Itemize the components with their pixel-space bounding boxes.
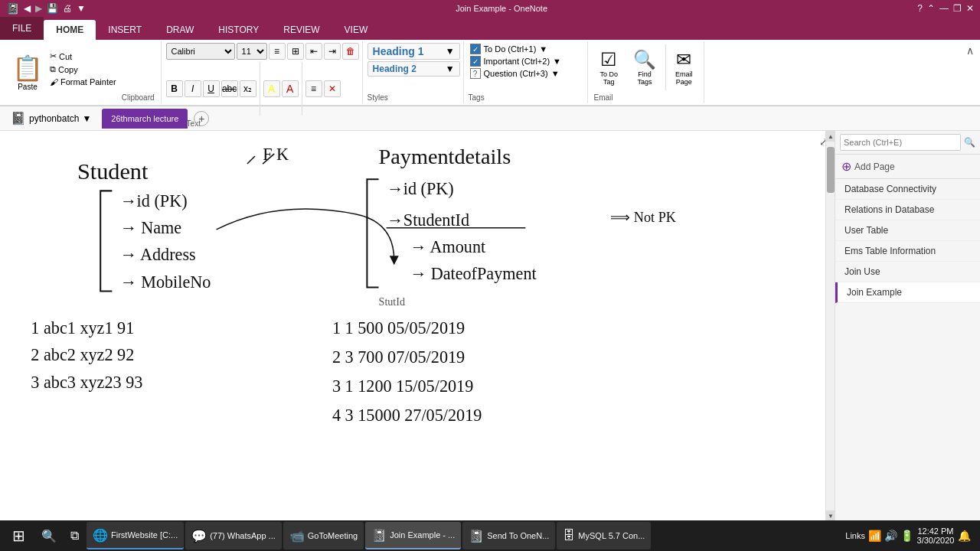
subscript-btn[interactable]: x₂: [240, 80, 256, 97]
help-btn[interactable]: ?: [917, 3, 923, 14]
highlight-btn[interactable]: A: [263, 80, 280, 97]
search-icon[interactable]: 🔍: [964, 137, 975, 148]
italic-btn[interactable]: I: [185, 80, 201, 97]
tab-draw[interactable]: DRAW: [154, 20, 206, 40]
find-tags-label: Find: [638, 70, 652, 78]
taskbar-mysql[interactable]: 🗄 MySQL 5.7 Con...: [557, 522, 651, 549]
network-icon[interactable]: 📶: [868, 530, 881, 542]
action-buttons-group: ☑ To Do Tag 🔍 Find Tags ✉ Email Page Ema…: [590, 41, 704, 103]
page-item-join-use[interactable]: Join Use: [835, 262, 980, 282]
page-item-relations[interactable]: Relations in Database: [835, 200, 980, 220]
vertical-scrollbar[interactable]: ▲ ▼: [825, 131, 835, 521]
search-btn[interactable]: 🔍: [35, 522, 63, 549]
start-btn[interactable]: ⊞: [3, 522, 34, 549]
bold-btn[interactable]: B: [166, 80, 183, 97]
taskbar-onenote1[interactable]: 📓 Join Example - ...: [365, 522, 461, 549]
page-item-join-example[interactable]: Join Example: [835, 282, 980, 303]
tab-insert[interactable]: INSERT: [96, 20, 154, 40]
back-btn[interactable]: ◀: [24, 3, 31, 14]
volume-icon[interactable]: 🔊: [884, 530, 897, 542]
page-item-db-connectivity[interactable]: Database Connectivity: [835, 179, 980, 200]
copy-label: Copy: [58, 65, 78, 74]
section-label: 26thmarch lecture: [111, 114, 178, 123]
whatsapp-label: (77) WhatsApp ...: [210, 531, 276, 540]
close-btn[interactable]: ✕: [966, 3, 974, 14]
mysql-label: MySQL 5.7 Con...: [578, 531, 645, 540]
print-btn[interactable]: 🖨: [63, 3, 72, 14]
tag-todo[interactable]: ✓ To Do (Ctrl+1) ▼: [469, 43, 584, 55]
basic-text-group: Calibri 11 ≡ ⊞ ⇤ ⇥ 🗑 B I U abc x₂ A A: [163, 41, 363, 103]
email-page-btn[interactable]: ✉ Email Page: [669, 46, 699, 89]
taskbar-search-icon: 🔍: [41, 529, 57, 543]
collapse-icon[interactable]: ∧: [966, 44, 974, 57]
notebook-selector[interactable]: 📓 pythonbatch ▼: [6, 109, 96, 127]
font-family-select[interactable]: Calibri: [166, 43, 235, 60]
add-section-btn[interactable]: +: [194, 111, 209, 126]
increase-indent-btn[interactable]: ⇥: [324, 43, 341, 60]
format-painter-button[interactable]: 🖌 Format Painter: [47, 77, 119, 87]
customize-btn[interactable]: ▼: [77, 3, 86, 14]
ribbon-collapse[interactable]: ∧: [963, 41, 977, 103]
tag-question[interactable]: ? Question (Ctrl+3) ▼: [469, 67, 584, 80]
note-canvas: F K Student →id (PK) → Name → Address → …: [0, 131, 835, 521]
list-numbers-btn[interactable]: ⊞: [287, 43, 304, 60]
taskbar-whatsapp[interactable]: 💬 (77) WhatsApp ...: [185, 522, 282, 549]
taskbar-gotomeeting[interactable]: 📹 GoToMeeting: [283, 522, 364, 549]
cut-button[interactable]: ✂ Cut: [47, 51, 119, 62]
underline-btn[interactable]: U: [203, 80, 220, 97]
clock[interactable]: 12:42 PM 3/30/2020: [916, 527, 955, 545]
note-area[interactable]: ⤢ F K Student →id (PK) → Name → Address …: [0, 131, 835, 521]
taskbar-onenote2[interactable]: 📓 Send To OneN...: [462, 522, 555, 549]
add-page-btn[interactable]: ⊕ Add Page: [835, 155, 980, 179]
question-dropdown[interactable]: ▼: [551, 69, 560, 78]
styles-label: Styles: [368, 92, 460, 102]
notifications-btn[interactable]: 🔔: [958, 530, 971, 542]
important-dropdown[interactable]: ▼: [553, 57, 561, 66]
eraser-btn[interactable]: 🗑: [342, 43, 359, 60]
todo-tag-btn[interactable]: ☑ To Do Tag: [594, 46, 625, 89]
forward-btn[interactable]: ▶: [35, 3, 42, 14]
find-tags-btn[interactable]: 🔍 Find Tags: [627, 46, 662, 89]
heading1-style[interactable]: Heading 1 ▼: [368, 43, 460, 60]
ribbon-collapse-btn[interactable]: ⌃: [927, 3, 935, 14]
font-color-btn[interactable]: A: [282, 80, 299, 97]
svg-text:Student: Student: [77, 158, 149, 184]
font-size-select[interactable]: 11: [237, 43, 267, 60]
restore-btn[interactable]: ❐: [953, 3, 962, 14]
tags-group: ✓ To Do (Ctrl+1) ▼ ✓ Important (Ctrl+2) …: [466, 41, 588, 103]
paste-button[interactable]: 📋 Paste: [9, 51, 46, 94]
tab-history[interactable]: HISTORY: [206, 20, 271, 40]
scroll-thumb[interactable]: [827, 147, 835, 193]
taskbar-browser[interactable]: 🌐 FirstWebsite [C:...: [87, 522, 184, 549]
tag-important[interactable]: ✓ Important (Ctrl+2) ▼: [469, 55, 584, 67]
align-btn[interactable]: ≡: [305, 80, 322, 97]
tab-view[interactable]: VIEW: [332, 20, 381, 40]
page-item-ems-table[interactable]: Ems Table Information: [835, 241, 980, 262]
scroll-up-btn[interactable]: ▲: [826, 131, 835, 142]
search-input[interactable]: [840, 134, 961, 151]
window-title: Join Example - OneNote: [86, 4, 917, 13]
find-tags-icon: 🔍: [633, 49, 656, 70]
list-bullets-btn[interactable]: ≡: [269, 43, 286, 60]
minimize-btn[interactable]: —: [939, 3, 949, 14]
cut-icon: ✂: [50, 51, 57, 61]
heading2-style[interactable]: Heading 2 ▼: [368, 61, 460, 77]
clear-format-btn[interactable]: ✕: [324, 80, 341, 97]
page-item-user-table[interactable]: User Table: [835, 220, 980, 241]
svg-text:1   1   500    05/05/2019: 1 1 500 05/05/2019: [332, 318, 465, 337]
decrease-indent-btn[interactable]: ⇤: [305, 43, 322, 60]
add-section-icon: +: [198, 112, 204, 125]
strikethrough-btn[interactable]: abc: [221, 80, 238, 97]
tab-file[interactable]: FILE: [0, 17, 44, 40]
section-tab[interactable]: 26thmarch lecture: [102, 109, 188, 129]
scroll-down-btn[interactable]: ▼: [826, 510, 835, 521]
todo-dropdown[interactable]: ▼: [539, 44, 547, 54]
tab-review[interactable]: REVIEW: [271, 20, 332, 40]
taskview-btn[interactable]: ⧉: [64, 522, 85, 549]
tab-home[interactable]: HOME: [44, 20, 96, 40]
svg-text:Paymentdetails: Paymentdetails: [379, 145, 511, 168]
copy-button[interactable]: ⧉ Copy: [47, 64, 119, 75]
taskview-icon: ⧉: [70, 529, 79, 543]
email-group-label: Email: [594, 92, 699, 102]
save-btn[interactable]: 💾: [47, 3, 58, 14]
